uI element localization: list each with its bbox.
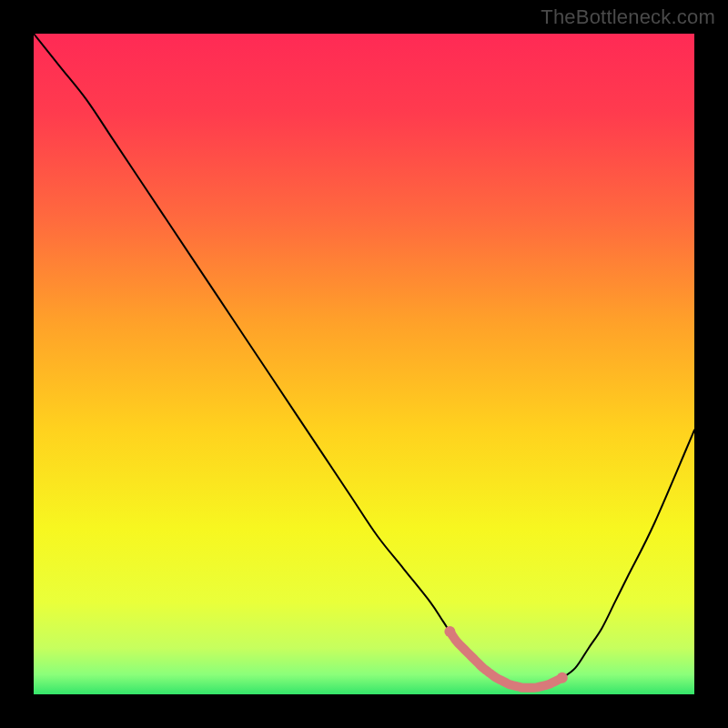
chart-frame: TheBottleneck.com	[0, 0, 728, 728]
plot-area	[34, 34, 694, 694]
optimal-range-end-dot	[557, 672, 568, 683]
gradient-background	[34, 34, 694, 694]
watermark-text: TheBottleneck.com	[541, 5, 715, 29]
optimal-range-start-dot	[444, 626, 455, 637]
bottleneck-chart-svg	[34, 34, 694, 694]
